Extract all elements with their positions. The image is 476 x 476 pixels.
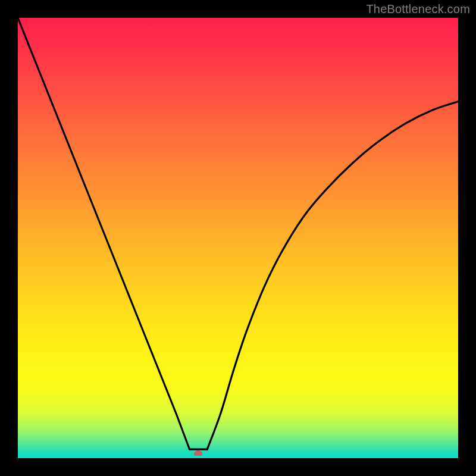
chart-frame: TheBottleneck.com <box>0 0 476 476</box>
curve-left-branch <box>18 18 190 449</box>
watermark-text: TheBottleneck.com <box>366 2 470 16</box>
plot-area <box>18 18 458 458</box>
valley-floor <box>18 456 458 458</box>
bottleneck-curve <box>18 18 458 458</box>
curve-right-branch <box>207 102 458 450</box>
